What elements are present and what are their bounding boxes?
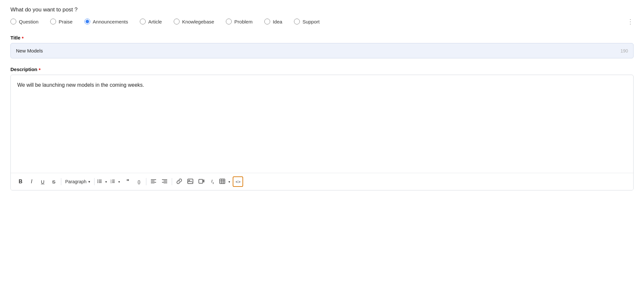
radio-option-question[interactable]: Question (10, 19, 38, 24)
align-right-button[interactable] (159, 176, 170, 187)
clear-format-icon: Ix (211, 179, 214, 185)
radio-input-announcements[interactable] (84, 19, 90, 24)
radio-label-problem: Problem (234, 19, 253, 24)
strikethrough-icon: S (52, 179, 55, 185)
image-button[interactable] (185, 176, 196, 187)
paragraph-label: Paragraph (65, 179, 86, 184)
radio-option-problem[interactable]: Problem (226, 19, 253, 24)
radio-label-support: Support (302, 19, 320, 24)
page-container: What do you want to post ? Question Prai… (10, 7, 634, 190)
ordered-list-dropdown-button[interactable]: ▾ (116, 176, 122, 187)
paragraph-chevron-icon: ▾ (88, 180, 90, 184)
strikethrough-button[interactable]: S (49, 176, 59, 187)
svg-text:3.: 3. (110, 181, 112, 183)
align-left-button[interactable] (148, 176, 159, 187)
radio-input-praise[interactable] (50, 19, 56, 24)
title-required-indicator: • (22, 35, 24, 40)
ordered-list-button[interactable]: 1. 2. 3. (110, 176, 116, 187)
italic-button[interactable]: I (26, 176, 37, 187)
post-type-heading: What do you want to post ? (10, 7, 634, 13)
link-icon (176, 178, 182, 185)
radio-option-praise[interactable]: Praise (50, 19, 73, 24)
editor-wrapper: We will be launching new models in the c… (10, 75, 634, 190)
title-char-count: 190 (621, 48, 628, 53)
radio-input-support[interactable] (294, 19, 300, 24)
table-icon (219, 179, 225, 185)
radio-option-announcements[interactable]: Announcements (84, 19, 128, 24)
title-input-wrapper: 190 (10, 43, 634, 58)
radio-label-praise: Praise (59, 19, 73, 24)
align-right-icon (162, 179, 167, 185)
bold-button[interactable]: B (15, 176, 26, 187)
radio-input-knowlegebase[interactable] (174, 19, 180, 24)
video-button[interactable] (196, 176, 207, 187)
radio-label-announcements: Announcements (93, 19, 128, 24)
align-left-icon (151, 179, 156, 185)
table-chevron-icon: ▾ (228, 180, 230, 184)
toolbar-divider-2 (94, 178, 95, 185)
bullet-list-group: ▾ (96, 176, 109, 187)
radio-input-question[interactable] (10, 19, 16, 24)
toolbar-divider-4 (172, 178, 172, 185)
radio-option-idea[interactable]: Idea (264, 19, 282, 24)
svg-point-4 (97, 181, 98, 181)
radio-label-knowlegebase: Knowlegebase (182, 19, 214, 24)
description-label-text: Description (10, 67, 37, 72)
radio-input-problem[interactable] (226, 19, 232, 24)
toolbar-divider-1 (61, 178, 61, 185)
link-button[interactable] (174, 176, 184, 187)
blockquote-button[interactable]: " (123, 176, 133, 187)
table-button[interactable] (218, 176, 226, 187)
more-options-icon[interactable]: ⋮ (627, 18, 634, 25)
title-field-label: Title • (10, 35, 634, 40)
description-required-indicator: • (39, 66, 41, 72)
bullet-list-dropdown-button[interactable]: ▾ (103, 176, 109, 187)
code-embed-button[interactable]: <> (233, 176, 243, 187)
bullet-list-icon (97, 179, 102, 185)
code-block-button[interactable]: {} (134, 176, 144, 187)
title-input[interactable] (16, 48, 617, 53)
underline-icon: U (41, 179, 45, 185)
blockquote-icon: " (126, 178, 129, 185)
radio-option-article[interactable]: Article (140, 19, 162, 24)
ordered-list-group: 1. 2. 3. ▾ (110, 176, 122, 187)
svg-point-5 (97, 182, 98, 183)
table-dropdown-button[interactable]: ▾ (226, 176, 232, 187)
code-block-icon: {} (138, 179, 140, 184)
editor-toolbar: B I U S Paragraph ▾ (11, 173, 633, 190)
bullet-list-button[interactable] (96, 176, 103, 187)
svg-point-21 (189, 180, 190, 181)
underline-button[interactable]: U (37, 176, 48, 187)
radio-input-idea[interactable] (264, 19, 270, 24)
svg-rect-23 (220, 179, 225, 184)
paragraph-select[interactable]: Paragraph ▾ (63, 178, 92, 186)
italic-icon: I (31, 179, 32, 185)
radio-option-support[interactable]: Support (294, 19, 320, 24)
toolbar-divider-3 (146, 178, 146, 185)
video-icon (198, 179, 204, 185)
post-type-radio-group: Question Praise Announcements Article Kn… (10, 18, 634, 25)
bullet-list-chevron-icon: ▾ (105, 180, 107, 184)
title-label-text: Title (10, 35, 21, 40)
ordered-list-chevron-icon: ▾ (118, 180, 120, 184)
radio-label-article: Article (148, 19, 162, 24)
radio-option-knowlegebase[interactable]: Knowlegebase (174, 19, 214, 24)
description-editor[interactable]: We will be launching new models in the c… (11, 75, 633, 173)
radio-label-idea: Idea (273, 19, 282, 24)
table-group: ▾ (218, 176, 232, 187)
ordered-list-icon: 1. 2. 3. (110, 179, 115, 185)
image-icon (187, 179, 193, 185)
svg-point-3 (97, 179, 98, 180)
radio-input-article[interactable] (140, 19, 146, 24)
code-embed-icon: <> (236, 179, 241, 184)
clear-format-button[interactable]: Ix (207, 176, 218, 187)
radio-label-question: Question (19, 19, 38, 24)
description-field-label: Description • (10, 66, 634, 72)
bold-icon: B (19, 179, 22, 185)
svg-rect-22 (199, 179, 203, 183)
